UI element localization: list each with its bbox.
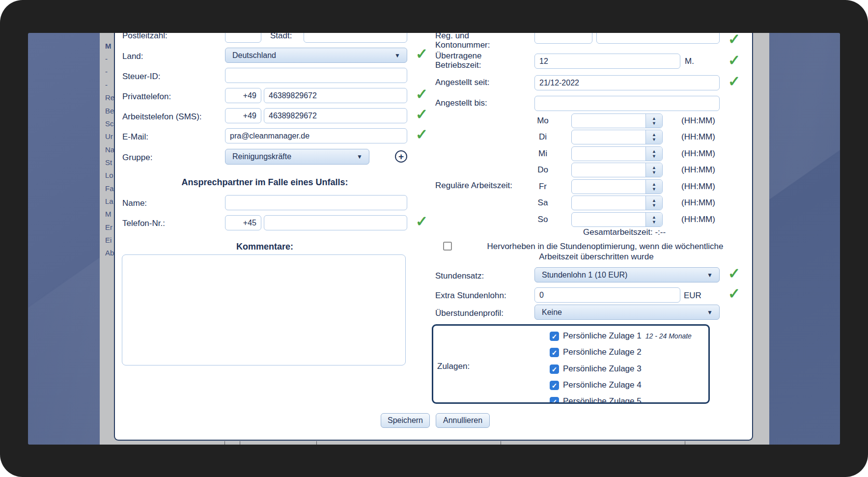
employed-until-label: Angestellt bis: <box>435 98 487 108</box>
arrow-up-icon[interactable]: ▲ <box>652 149 656 154</box>
chevron-down-icon: ▼ <box>707 309 713 316</box>
allowance-item-label: Persönliche Zulage 1 <box>563 331 642 341</box>
spinner-arrows[interactable]: ▲▼ <box>645 196 662 210</box>
allowance-checkbox-4[interactable]: ✓ <box>550 381 559 390</box>
highlight-option-line1: Hervorheben in die Stundenoptimierung, w… <box>439 242 754 252</box>
hours-spinner-di[interactable]: ▲▼ <box>571 130 663 144</box>
postal-code-input[interactable] <box>225 33 261 43</box>
emergency-phone-input[interactable] <box>264 215 407 230</box>
emergency-name-label: Name: <box>122 198 147 208</box>
private-phone-input[interactable] <box>264 88 407 103</box>
work-phone-input[interactable] <box>264 108 407 123</box>
arrow-down-icon[interactable]: ▼ <box>652 187 656 192</box>
table-column-divider <box>501 441 501 445</box>
allowance-checkbox-5[interactable]: ✓ <box>550 397 559 404</box>
allowances-group-box: Zulagen: ✓ Persönliche Zulage 1 12 - 24 … <box>432 324 710 404</box>
hours-spinner-fr[interactable]: ▲▼ <box>571 179 663 194</box>
valid-checkmark-icon: ✓ <box>416 47 428 61</box>
transferred-time-input[interactable] <box>534 54 680 69</box>
comments-heading: Kommentare: <box>122 242 407 252</box>
chevron-down-icon: ▼ <box>357 153 363 160</box>
hourly-rate-select[interactable]: Stundenlohn 1 (10 EUR) ▼ <box>534 267 720 282</box>
extra-hourly-input[interactable] <box>534 287 680 303</box>
private-phone-prefix-input[interactable] <box>225 88 261 103</box>
arrow-up-icon[interactable]: ▲ <box>652 165 656 170</box>
arrow-down-icon[interactable]: ▼ <box>652 137 656 142</box>
day-label-di: Di <box>530 132 556 142</box>
arrow-up-icon[interactable]: ▲ <box>652 116 656 121</box>
overtime-profile-label: Überstundenprofil: <box>435 309 504 318</box>
day-label-so: So <box>530 215 556 224</box>
browser-viewport: M - - - Re Be Sc Ur Na St Lo Fa La M Er … <box>28 33 840 445</box>
spinner-arrows[interactable]: ▲▼ <box>645 147 662 161</box>
employed-since-input[interactable] <box>534 75 720 90</box>
valid-checkmark-icon: ✓ <box>416 87 428 102</box>
arrow-up-icon[interactable]: ▲ <box>652 132 656 137</box>
emergency-phone-prefix-input[interactable] <box>225 215 261 230</box>
arrow-up-icon[interactable]: ▲ <box>652 215 656 220</box>
overtime-profile-select[interactable]: Keine ▼ <box>534 305 720 320</box>
spinner-arrows[interactable]: ▲▼ <box>645 180 662 194</box>
add-group-button[interactable]: + <box>395 150 407 163</box>
comments-textarea[interactable] <box>122 254 406 365</box>
allowances-label: Zulagen: <box>437 362 470 371</box>
hours-spinner-sa[interactable]: ▲▼ <box>571 196 663 210</box>
tax-id-input[interactable] <box>225 68 407 83</box>
city-input[interactable] <box>304 33 407 43</box>
hourly-rate-select-value: Stundenlohn 1 (10 EUR) <box>542 271 627 280</box>
arrow-down-icon[interactable]: ▼ <box>652 121 656 126</box>
employed-until-input[interactable] <box>534 96 720 111</box>
spinner-arrows[interactable]: ▲▼ <box>645 213 662 226</box>
allowance-item-note: 12 - 24 Monate <box>645 332 692 340</box>
day-label-mo: Mo <box>530 116 556 126</box>
check-icon: ✓ <box>552 333 558 340</box>
spinner-arrows[interactable]: ▲▼ <box>645 130 662 144</box>
arrow-down-icon[interactable]: ▼ <box>652 170 656 175</box>
allowance-checkbox-3[interactable]: ✓ <box>550 365 559 374</box>
employee-edit-dialog: Postleitzahl: Stadt: Land: Deutschland ▼… <box>114 33 753 441</box>
save-button[interactable]: Speichern <box>381 413 430 428</box>
account-number-input[interactable] <box>596 33 720 44</box>
day-label-do: Do <box>530 165 556 175</box>
check-icon: ✓ <box>552 365 558 373</box>
allowance-checkbox-1[interactable]: ✓ <box>550 332 559 341</box>
allowance-item-label: Persönliche Zulage 5 <box>563 396 642 404</box>
country-select[interactable]: Deutschland ▼ <box>225 48 407 63</box>
email-field[interactable] <box>225 128 407 143</box>
arrow-up-icon[interactable]: ▲ <box>652 198 656 203</box>
hours-spinner-do[interactable]: ▲▼ <box>571 163 663 177</box>
emergency-contact-heading: Ansprechpartner im Falle eines Unfalls: <box>122 177 407 188</box>
day-label-fr: Fr <box>530 182 556 192</box>
work-phone-label: Arbeitstelefon (SMS): <box>122 112 202 122</box>
work-phone-prefix-input[interactable] <box>225 108 261 123</box>
extra-hourly-unit: EUR <box>684 291 701 301</box>
transferred-time-unit: M. <box>685 56 694 66</box>
valid-checkmark-icon: ✓ <box>728 266 740 281</box>
hours-spinner-mo[interactable]: ▲▼ <box>571 113 663 128</box>
arrow-down-icon[interactable]: ▼ <box>652 203 656 208</box>
time-format-hint: (HH:MM) <box>681 198 715 208</box>
allowance-item: ✓ Persönliche Zulage 3 <box>550 364 642 374</box>
spinner-arrows[interactable]: ▲▼ <box>645 114 662 128</box>
allowance-item: ✓ Persönliche Zulage 1 12 - 24 Monate <box>550 331 692 341</box>
emergency-name-input[interactable] <box>225 195 407 210</box>
valid-checkmark-icon: ✓ <box>416 214 428 229</box>
arrow-down-icon[interactable]: ▼ <box>652 154 656 159</box>
group-label: Gruppe: <box>122 153 152 163</box>
reg-number-input[interactable] <box>534 33 592 44</box>
spinner-arrows[interactable]: ▲▼ <box>645 163 662 177</box>
cancel-button[interactable]: Annullieren <box>436 413 490 428</box>
emergency-phone-label: Telefon-Nr.: <box>122 219 165 228</box>
arrow-down-icon[interactable]: ▼ <box>652 220 656 224</box>
hours-spinner-mi[interactable]: ▲▼ <box>571 146 663 161</box>
allowance-item: ✓ Persönliche Zulage 4 <box>550 380 642 390</box>
group-select[interactable]: Reinigungskräfte ▼ <box>225 149 369 165</box>
hours-spinner-so[interactable]: ▲▼ <box>571 212 663 227</box>
arrow-up-icon[interactable]: ▲ <box>652 182 656 187</box>
chevron-down-icon: ▼ <box>707 272 713 279</box>
allowance-checkbox-2[interactable]: ✓ <box>550 348 559 357</box>
table-column-divider <box>685 441 685 445</box>
postal-code-label: Postleitzahl: <box>122 33 168 41</box>
check-icon: ✓ <box>552 349 558 357</box>
transferred-time-label-line1: Übertragene <box>435 51 482 61</box>
